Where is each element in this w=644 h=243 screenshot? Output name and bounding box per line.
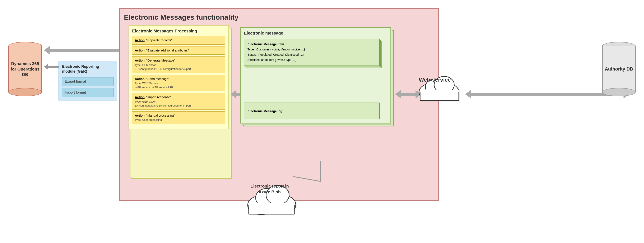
authority-cyl-body: Authority DB [602, 46, 636, 92]
azure-blob-cloud: Electronic report in Azure Blob [242, 174, 301, 216]
action5-detail2: ER configuration: GER configuration for … [135, 104, 222, 108]
er-module-title: Electronic Reporting module (GER) [62, 64, 114, 74]
em-item-title: Electronic Message item [248, 41, 376, 47]
em-item-type: Type: {Customer invoice, Vendor invoice,… [248, 47, 376, 52]
action4-detail1: Type: WEB Service [135, 81, 222, 85]
svg-rect-5 [420, 90, 459, 100]
authority-db: Authority DB [600, 42, 638, 97]
action5-detail1: Type: GER export [135, 100, 222, 104]
vertical-line-to-blob [320, 161, 321, 182]
webservice-cloud: Web-service [414, 65, 464, 103]
em-log: Electronic Message log [244, 103, 380, 119]
em-main: Electronic message Electronic Message it… [240, 27, 391, 123]
svg-rect-14 [249, 203, 294, 214]
webservice-label: Web-service [418, 76, 452, 84]
action-label-5: Action [135, 95, 145, 99]
action4-detail2: WEB service: WEB service URL [135, 85, 222, 90]
action-box-3: Action: "Generate Message" Type: GER exp… [132, 56, 225, 73]
em-item-attributes: Additional attributes: {Invoice type, ..… [248, 57, 376, 63]
action-box-4: Action: "Send message" Type: WEB Service… [132, 75, 225, 91]
em-item-stack: Electronic Message item Type: {Customer … [244, 39, 387, 69]
diagram-container: Dynamics 365 for Operations DB Electroni… [0, 0, 644, 243]
action3-detail2: ER configuration: GER configuration for … [135, 67, 222, 71]
action-label-2: Action [135, 49, 145, 52]
em-title: Electronic message [244, 31, 387, 36]
cyl-body: Dynamics 365 for Operations DB [8, 46, 42, 92]
cyl-bottom [8, 88, 42, 96]
authority-db-label: Authority DB [604, 66, 634, 72]
action-label-4: Action [135, 77, 145, 81]
processing-stack: Electronic Messages Processing Action: "… [128, 25, 229, 129]
webservice-cloud-svg [414, 65, 464, 103]
em-area: Electronic message Electronic Message it… [240, 27, 428, 123]
action-box-5: Action: "Import response" Type: GER expo… [132, 93, 225, 110]
action3-detail1: Type: GER export [135, 63, 222, 67]
dynamics-db: Dynamics 365 for Operations DB [6, 42, 44, 97]
authority-cyl-bottom [602, 88, 636, 96]
em-item-main: Electronic Message item Type: {Customer … [244, 39, 380, 66]
action-box-6: Action: "Manual processing" Type: User p… [132, 111, 225, 124]
processing-title: Electronic Messages Processing [132, 29, 225, 34]
action6-detail1: Type: User processing [135, 118, 222, 122]
dynamics-db-label: Dynamics 365 for Operations DB [10, 61, 40, 77]
import-format-button[interactable]: Import format [62, 88, 114, 97]
processing-main: Electronic Messages Processing Action: "… [128, 25, 229, 129]
action-box-2: Action: "Evaluate additional attributes" [132, 46, 225, 55]
action-label-3: Action [135, 59, 145, 62]
action-label-6: Action [135, 114, 145, 117]
action-box-1: Action: "Populate records" [132, 36, 225, 45]
em-item-status: Status: {Populated, Created, Dismissed, … [248, 52, 376, 57]
em-functionality-title: Electronic Messages functionality [124, 13, 434, 21]
er-module: Electronic Reporting module (GER) Export… [58, 61, 117, 100]
em-log-label: Electronic Message log [248, 109, 282, 113]
action-label-1: Action [135, 38, 145, 42]
export-format-button[interactable]: Export format [62, 77, 114, 86]
azure-blob-label: Electronic report in Azure Blob [249, 183, 290, 195]
